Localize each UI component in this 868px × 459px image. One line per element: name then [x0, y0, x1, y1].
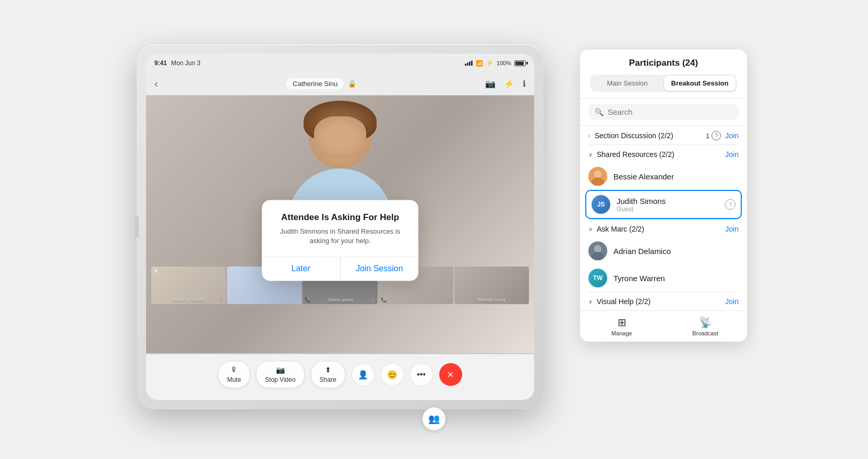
avatar-judith: JS — [592, 195, 610, 214]
participants-floating-icon: 👥 — [428, 413, 440, 425]
mute-label: Mute — [227, 376, 241, 383]
participant-info-adrian: Adrian Delamico — [613, 247, 739, 256]
chevron-askmarc[interactable]: ∨ — [588, 226, 593, 233]
panel-footer: ⊞ Manage 📡 Broadcast — [580, 310, 747, 342]
share-button[interactable]: ⬆ Share — [311, 361, 345, 388]
broadcast-label: Broadcast — [692, 330, 718, 336]
participant-row-bessie: Bessie Alexander — [580, 163, 747, 190]
section-title-discussion: Section Discussion (2/2) — [595, 131, 702, 140]
join-discussion[interactable]: Join — [725, 131, 739, 140]
share-label: Share — [320, 376, 336, 383]
participant-name-tyrone: Tyrone Warren — [613, 274, 739, 283]
scene: 9:41 Mon Jun 3 📶 ⚡ 100% — [121, 34, 747, 425]
broadcast-icon: 📡 — [699, 316, 712, 329]
help-number: 1 ? — [706, 131, 721, 140]
svg-point-1 — [594, 171, 601, 178]
svg-point-4 — [594, 245, 601, 252]
toolbar-right: 📷 ⚡ ℹ — [485, 79, 526, 89]
section-title-askmarc: Ask Marc (2/2) — [597, 225, 721, 233]
muted-icon-3: 🎙 — [371, 297, 376, 303]
join-session-button[interactable]: Join Session — [341, 257, 419, 281]
bluetooth-icon: ⚡ — [486, 60, 493, 67]
main-video: Attendee Is Asking For Help Judith Simmo… — [146, 95, 534, 353]
tab-breakout-session[interactable]: Breakout Session — [664, 76, 736, 91]
status-time: 9:41 — [154, 59, 167, 67]
status-left: 9:41 Mon Jun 3 — [154, 59, 200, 67]
join-askmarc[interactable]: Join — [725, 225, 739, 233]
manage-icon: ⊞ — [618, 316, 626, 329]
thumb-1[interactable]: 🖥 SHN7-17-APR5 🎙 — [151, 267, 226, 304]
avatar-adrian — [588, 241, 607, 260]
footer-tab-broadcast[interactable]: 📡 Broadcast — [664, 312, 747, 341]
dialog-title: Attendee Is Asking For Help — [276, 212, 404, 223]
panel-header: Participants (24) Main Session Breakout … — [580, 50, 747, 99]
panel-body: › Section Discussion (2/2) 1 ? Join ∨ Sh… — [580, 126, 747, 342]
join-visualhelp[interactable]: Join — [725, 297, 739, 306]
ipad-side-button — [135, 216, 139, 237]
session-tabs: Main Session Breakout Session — [590, 75, 737, 92]
screen-icon-1: 🖥 — [153, 268, 158, 273]
section-header-askmarc: ∨ Ask Marc (2/2) Join — [580, 220, 747, 237]
participant-info-judith: Judith Simons Guest — [617, 197, 719, 213]
person-head — [309, 106, 371, 168]
thumb-label-3: Simon jones — [327, 297, 353, 303]
participants-icon-button[interactable]: 👤 — [352, 363, 375, 386]
battery-percent: 100% — [497, 60, 511, 66]
thumb-label-5: Brenda Song — [478, 297, 505, 303]
camera-toolbar-icon[interactable]: 📷 — [485, 79, 496, 89]
participant-row-adrian: Adrian Delamico — [580, 237, 747, 264]
chevron-shared[interactable]: ∨ — [588, 151, 593, 158]
avatar-tyrone: TW — [588, 269, 607, 287]
participant-name-judith: Judith Simons — [617, 197, 719, 206]
search-input[interactable] — [608, 107, 732, 116]
section-header-discussion: › Section Discussion (2/2) 1 ? Join — [580, 126, 747, 144]
join-shared[interactable]: Join — [725, 150, 739, 159]
participant-name-bessie: Bessie Alexander — [613, 172, 739, 181]
avatar-tyrone-initials: TW — [593, 274, 603, 282]
participants-panel: Participants (24) Main Session Breakout … — [580, 50, 747, 342]
help-count: 1 — [706, 132, 709, 140]
section-title-visualhelp: Visual Help (2/2) — [597, 297, 721, 306]
participant-row-judith[interactable]: JS Judith Simons Guest ? — [585, 190, 742, 219]
search-bar: 🔍 — [580, 99, 747, 126]
participant-actions-judith: ? — [725, 199, 736, 210]
participant-row-tyrone: TW Tyrone Warren — [580, 264, 747, 292]
thumb-label-1: SHN7-17-APR5 — [172, 297, 206, 303]
reactions-button[interactable]: 😊 — [381, 363, 404, 386]
dialog-buttons: Later Join Session — [262, 257, 418, 281]
ipad-device: 9:41 Mon Jun 3 📶 ⚡ 100% — [137, 44, 544, 409]
participant-info-tyrone: Tyrone Warren — [613, 274, 739, 283]
stop-video-label: Stop Video — [265, 376, 296, 383]
lock-icon: 🔒 — [348, 80, 356, 88]
more-button[interactable]: ••• — [410, 363, 433, 386]
avatar-adrian-svg — [588, 241, 607, 260]
control-bar: 🎙 Mute 📷 Stop Video ⬆ Share 👤 😊 — [146, 354, 534, 400]
participants-floating-button[interactable]: 👥 — [423, 407, 445, 430]
battery-icon — [514, 61, 526, 66]
participant-info-bessie: Bessie Alexander — [613, 172, 739, 181]
later-button[interactable]: Later — [262, 257, 341, 281]
tab-main-session[interactable]: Main Session — [592, 76, 663, 91]
dialog-message: Judith Simmons in Shared Resources is as… — [276, 227, 404, 246]
more-icon: ••• — [417, 370, 426, 379]
thumb-5[interactable]: Brenda Song — [454, 267, 529, 304]
footer-tab-manage[interactable]: ⊞ Manage — [580, 312, 664, 341]
info-toolbar-icon[interactable]: ℹ — [523, 79, 526, 89]
bluetooth-toolbar-icon[interactable]: ⚡ — [504, 79, 514, 89]
wifi-icon: 📶 — [476, 60, 483, 67]
avatar-bessie-svg — [588, 167, 607, 186]
battery-fill — [515, 62, 524, 65]
stop-video-button[interactable]: 📷 Stop Video — [256, 361, 305, 388]
help-dialog: Attendee Is Asking For Help Judith Simmo… — [262, 200, 418, 281]
mute-button[interactable]: 🎙 Mute — [218, 361, 250, 388]
help-icon-discussion: ? — [712, 131, 721, 140]
end-call-button[interactable]: ✕ — [439, 363, 462, 386]
muted-icon-1: 🎙 — [219, 297, 224, 303]
chevron-discussion[interactable]: › — [588, 132, 590, 139]
chevron-visualhelp[interactable]: ∨ — [588, 298, 593, 305]
participant-role-judith: Guest — [617, 206, 719, 213]
status-bar: 9:41 Mon Jun 3 📶 ⚡ 100% — [146, 54, 534, 73]
participant-name-adrian: Adrian Delamico — [613, 247, 739, 256]
back-button[interactable]: ‹ — [154, 78, 158, 90]
status-right: 📶 ⚡ 100% — [465, 60, 526, 67]
